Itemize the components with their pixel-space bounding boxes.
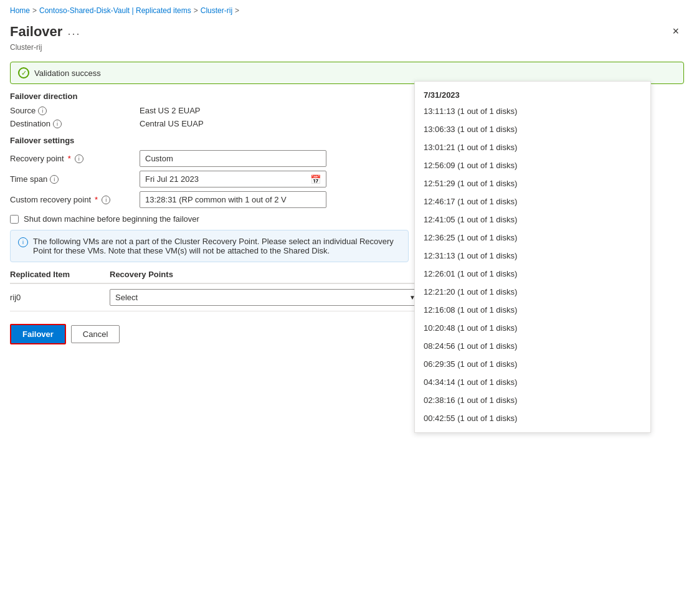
dropdown-item[interactable]: 12:51:29 (1 out of 1 disks): [415, 174, 650, 192]
recovery-select-dropdown[interactable]: Select ▼: [110, 289, 421, 306]
breadcrumb-home[interactable]: Home: [10, 6, 30, 15]
breadcrumb-sep-2: >: [194, 6, 198, 15]
destination-info-icon[interactable]: i: [53, 120, 62, 128]
page-wrapper: Home > Contoso-Shared-Disk-Vault | Repli…: [0, 0, 694, 616]
dropdown-item[interactable]: 04:34:14 (1 out of 1 disks): [415, 373, 650, 391]
calendar-icon[interactable]: 📅: [305, 174, 326, 184]
recovery-point-input[interactable]: [140, 150, 326, 167]
panel-subtitle: Cluster-rij: [0, 43, 694, 57]
close-button[interactable]: ×: [667, 22, 684, 40]
recovery-point-info-icon[interactable]: i: [75, 154, 83, 163]
dropdown-item[interactable]: 08:24:56 (1 out of 1 disks): [415, 337, 650, 355]
custom-recovery-label: Custom recovery point * i: [10, 195, 135, 204]
breadcrumb-vault[interactable]: Contoso-Shared-Disk-Vault | Replicated i…: [39, 6, 191, 15]
dropdown-item[interactable]: 12:41:05 (1 out of 1 disks): [415, 211, 650, 229]
dropdown-panel: 7/31/2023 13:11:13 (1 out of 1 disks)13:…: [414, 81, 651, 433]
dropdown-item[interactable]: 13:06:33 (1 out of 1 disks): [415, 120, 650, 138]
recovery-point-label: Recovery point * i: [10, 154, 135, 163]
panel-header: Failover ... ×: [0, 17, 694, 43]
th-recovery-points: Recovery Points: [110, 270, 421, 279]
time-span-label: Time span i: [10, 174, 135, 184]
dropdown-item[interactable]: 13:01:21 (1 out of 1 disks): [415, 138, 650, 156]
source-value: East US 2 EUAP: [140, 106, 201, 115]
source-label: Source i: [10, 106, 135, 115]
custom-recovery-info-icon[interactable]: i: [102, 196, 110, 204]
dropdown-item[interactable]: 02:38:16 (1 out of 1 disks): [415, 391, 650, 409]
validation-message: Validation success: [34, 69, 101, 78]
panel-title-row: Failover ...: [10, 24, 80, 40]
dropdown-item[interactable]: 00:42:55 (1 out of 1 disks): [415, 409, 650, 427]
time-span-info-icon[interactable]: i: [50, 175, 59, 184]
th-replicated-item: Replicated Item: [10, 270, 110, 279]
time-span-input-wrapper: 📅: [140, 171, 326, 187]
dropdown-item[interactable]: 12:36:25 (1 out of 1 disks): [415, 229, 650, 247]
dropdown-item[interactable]: 12:56:09 (1 out of 1 disks): [415, 156, 650, 174]
panel-title: Failover: [10, 24, 62, 40]
source-info-icon[interactable]: i: [38, 107, 47, 115]
info-box: i The following VMs are not a part of th…: [10, 230, 409, 262]
dropdown-item[interactable]: 13:11:13 (1 out of 1 disks): [415, 102, 650, 120]
shutdown-checkbox[interactable]: [10, 215, 19, 224]
breadcrumb-sep-3: >: [235, 6, 239, 15]
td-item-name: rij0: [10, 293, 110, 302]
dropdown-date-header: 7/31/2023: [415, 87, 650, 102]
failover-button[interactable]: Failover: [10, 324, 66, 344]
destination-label: Destination i: [10, 119, 135, 128]
dropdown-item[interactable]: 12:16:08 (1 out of 1 disks): [415, 301, 650, 319]
breadcrumb-cluster[interactable]: Cluster-rij: [201, 6, 232, 15]
dropdown-item[interactable]: 06:29:35 (1 out of 1 disks): [415, 355, 650, 373]
breadcrumb-sep-1: >: [32, 6, 37, 15]
dropdown-panel-inner[interactable]: 7/31/2023 13:11:13 (1 out of 1 disks)13:…: [415, 82, 650, 432]
panel-more-button[interactable]: ...: [67, 25, 80, 38]
table-row: rij0 Select ▼: [10, 284, 421, 311]
info-box-message: The following VMs are not a part of the …: [33, 237, 401, 255]
dropdown-item[interactable]: 10:20:48 (1 out of 1 disks): [415, 319, 650, 337]
replicated-items-table: Replicated Item Recovery Points rij0 Sel…: [10, 270, 421, 311]
select-label: Select: [115, 293, 138, 302]
time-span-input[interactable]: [140, 171, 305, 187]
shutdown-label[interactable]: Shut down machine before beginning the f…: [24, 214, 199, 224]
custom-recovery-input[interactable]: [140, 191, 326, 208]
destination-value: Central US EUAP: [140, 119, 204, 128]
td-recovery-select-wrapper: Select ▼: [110, 289, 421, 306]
table-header-row: Replicated Item Recovery Points: [10, 270, 421, 284]
info-box-icon: i: [18, 237, 28, 247]
dropdown-item[interactable]: 12:26:01 (1 out of 1 disks): [415, 265, 650, 283]
breadcrumb: Home > Contoso-Shared-Disk-Vault | Repli…: [0, 0, 694, 17]
dropdown-item[interactable]: 12:31:13 (1 out of 1 disks): [415, 247, 650, 265]
cancel-button[interactable]: Cancel: [71, 325, 120, 343]
dropdown-item[interactable]: 12:46:17 (1 out of 1 disks): [415, 192, 650, 211]
dropdown-item[interactable]: 12:21:20 (1 out of 1 disks): [415, 283, 650, 301]
check-circle-icon: ✓: [18, 67, 29, 78]
